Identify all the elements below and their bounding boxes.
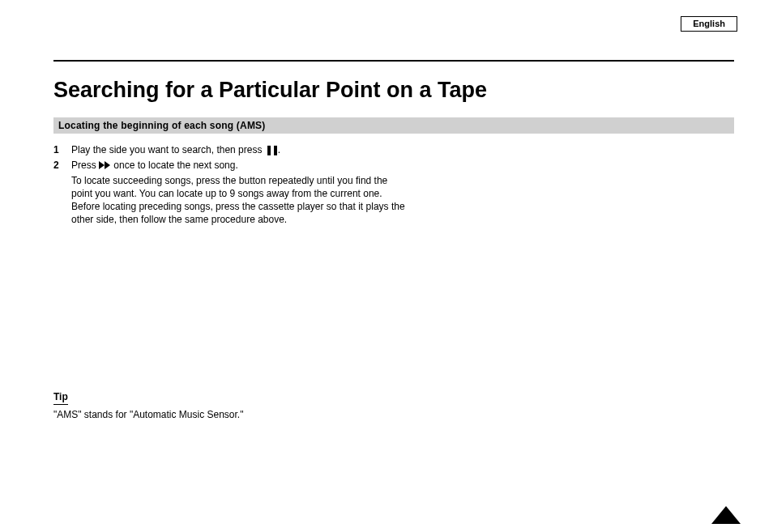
step-text-part: Play the side you want to search, then p…: [71, 144, 265, 155]
tip-title: Tip: [53, 390, 68, 405]
step-text-line: To locate succeeding songs, press the bu…: [71, 174, 405, 187]
step-text-part: .: [278, 144, 280, 155]
instruction-step: 1 Play the side you want to search, then…: [53, 143, 734, 159]
svg-marker-1: [105, 161, 110, 169]
step-text-line: other side, then follow the same procedu…: [71, 213, 405, 226]
instruction-step: 2 Press once to locate the next song.: [53, 159, 734, 174]
step-number: 1: [53, 143, 71, 156]
step-text: Press once to locate the next song.: [71, 159, 238, 172]
step-text-part: Press: [71, 160, 99, 171]
step-text: Play the side you want to search, then p…: [71, 143, 280, 156]
tip-block: Tip "AMS" stands for "Automatic Music Se…: [53, 390, 734, 422]
tip-text: "AMS" stands for "Automatic Music Sensor…: [53, 408, 734, 422]
continued-triangle-icon: [711, 506, 741, 524]
header-divider: [53, 60, 734, 62]
step-text-part: once to locate the next song.: [111, 160, 238, 171]
page-content: Searching for a Particular Point on a Ta…: [53, 78, 734, 422]
language-tab: English: [681, 16, 737, 32]
step-number: 2: [53, 159, 71, 172]
page-title: Searching for a Particular Point on a Ta…: [53, 78, 734, 103]
pause-icon: ❚❚: [265, 143, 278, 156]
instructions-block: 1 Play the side you want to search, then…: [53, 143, 734, 228]
step-text-line: point you want. You can locate up to 9 s…: [71, 187, 405, 200]
section-header: Locating the beginning of each song (AMS…: [53, 117, 734, 134]
svg-marker-0: [99, 161, 105, 169]
instruction-step: To locate succeeding songs, press the bu…: [53, 174, 734, 228]
svg-marker-2: [711, 506, 741, 524]
step-text-line: Before locating preceding songs, press t…: [71, 200, 405, 213]
fast-forward-icon: [99, 160, 111, 171]
step-text: To locate succeeding songs, press the bu…: [71, 174, 405, 226]
